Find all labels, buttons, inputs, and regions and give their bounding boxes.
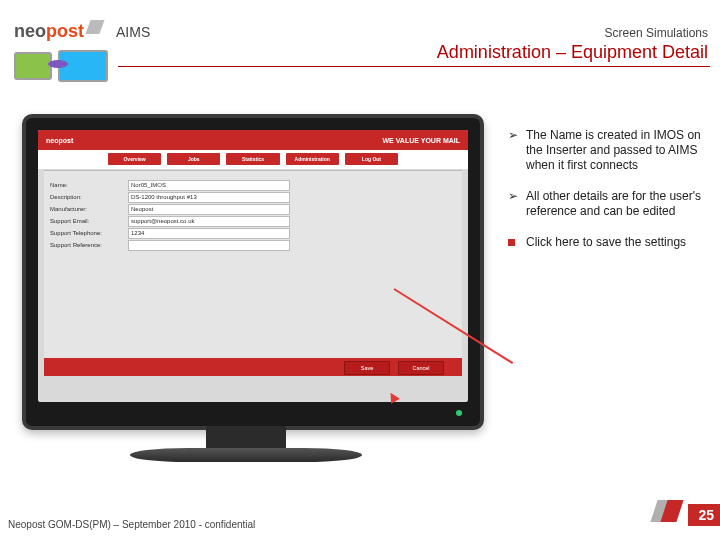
support-telephone-field[interactable]: 1234 <box>128 228 290 239</box>
support-email-field[interactable]: support@neopost.co.uk <box>128 216 290 227</box>
bullet-item: Click here to save the settings <box>508 235 708 250</box>
tab-statistics[interactable]: Statistics <box>226 153 279 165</box>
monitor-frame: neopost WE VALUE YOUR MAIL Overview Jobs… <box>22 114 484 430</box>
page-number: 25 <box>688 504 720 526</box>
monitor-base <box>130 448 362 462</box>
corner-logo-icon <box>654 500 686 526</box>
bullet-text: The Name is created in IMOS on the Inser… <box>526 128 708 173</box>
field-label: Description: <box>50 194 128 200</box>
chevron-right-icon: ➢ <box>508 128 526 173</box>
form-row: Support Email:support@neopost.co.uk <box>50 215 290 227</box>
app-header: neopost WE VALUE YOUR MAIL <box>38 130 468 150</box>
field-label: Support Telephone: <box>50 230 128 236</box>
confidential-footer: Neopost GOM-DS(PM) – September 2010 - co… <box>8 519 255 530</box>
name-field[interactable]: Nor05_IMOS <box>128 180 290 191</box>
form-row: Name:Nor05_IMOS <box>50 179 290 191</box>
field-label: Support Reference: <box>50 242 128 248</box>
app-tagline: WE VALUE YOUR MAIL <box>382 137 460 144</box>
brand-glyph-icon <box>85 20 104 34</box>
field-label: Support Email: <box>50 218 128 224</box>
app-footer: Save Cancel <box>44 358 462 376</box>
manufacturer-field[interactable]: Neopost <box>128 204 290 215</box>
chevron-right-icon: ➢ <box>508 189 526 219</box>
cancel-button[interactable]: Cancel <box>398 361 444 375</box>
bullet-text: All other details are for the user's ref… <box>526 189 708 219</box>
tab-logout[interactable]: Log Out <box>345 153 398 165</box>
brand-part-b: post <box>46 21 84 41</box>
brand-part-a: neo <box>14 21 46 41</box>
save-button[interactable]: Save <box>344 361 390 375</box>
field-label: Manufacturer: <box>50 206 128 212</box>
tab-administration[interactable]: Administration <box>286 153 339 165</box>
description-field[interactable]: DS-1200 throughput #13 <box>128 192 290 203</box>
bullet-item: ➢ The Name is created in IMOS on the Ins… <box>508 128 708 173</box>
monitor-button-strip <box>38 406 468 420</box>
page-title: Administration – Equipment Detail <box>437 42 708 63</box>
bullet-list: ➢ The Name is created in IMOS on the Ins… <box>508 128 708 266</box>
form-row: Manufacturer:Neopost <box>50 203 290 215</box>
tab-jobs[interactable]: Jobs <box>167 153 220 165</box>
title-underline <box>118 66 710 67</box>
tab-overview[interactable]: Overview <box>108 153 161 165</box>
decorative-diagram-icon <box>14 48 106 86</box>
equipment-form: Name:Nor05_IMOS Description:DS-1200 thro… <box>50 179 290 251</box>
aims-label: AIMS <box>116 24 150 40</box>
square-bullet-icon <box>508 239 515 246</box>
form-row: Support Reference: <box>50 239 290 251</box>
field-label: Name: <box>50 182 128 188</box>
form-row: Description:DS-1200 throughput #13 <box>50 191 290 203</box>
bullet-item: ➢ All other details are for the user's r… <box>508 189 708 219</box>
support-reference-field[interactable] <box>128 240 290 251</box>
monitor-led-icon <box>456 410 462 416</box>
content-panel: Name:Nor05_IMOS Description:DS-1200 thro… <box>44 170 462 376</box>
brand-logo: neopost <box>14 20 102 42</box>
form-row: Support Telephone:1234 <box>50 227 290 239</box>
app-logo: neopost <box>46 137 73 144</box>
bullet-text: Click here to save the settings <box>526 235 686 250</box>
screen-area: neopost WE VALUE YOUR MAIL Overview Jobs… <box>38 130 468 402</box>
screen-simulations-label: Screen Simulations <box>605 26 708 40</box>
tab-bar: Overview Jobs Statistics Administration … <box>38 150 468 169</box>
